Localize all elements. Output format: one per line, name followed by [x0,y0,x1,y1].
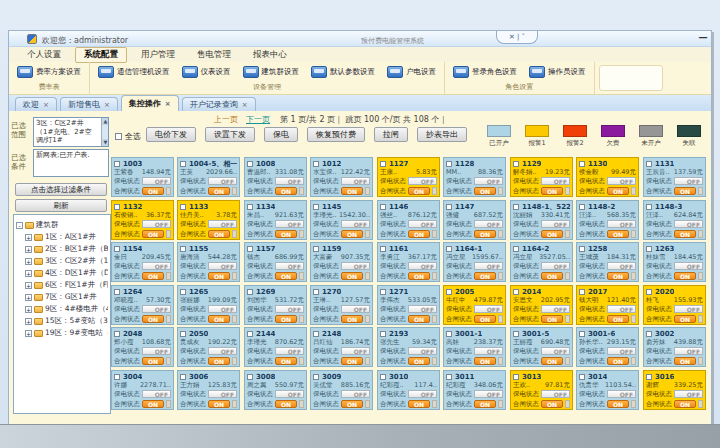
tab-close-icon[interactable]: × [165,100,171,108]
menu-item-售电管理[interactable]: 售电管理 [189,48,239,62]
protect-off-toggle[interactable]: OFF [341,347,370,355]
switch-on-toggle[interactable]: ON [208,400,230,408]
protect-off-toggle[interactable]: OFF [607,177,636,185]
card-checkbox[interactable] [646,246,652,252]
protect-off-toggle[interactable]: OFF [208,262,237,270]
switch-on-toggle[interactable]: ON [341,357,363,365]
meter-card[interactable]: 1155唐海清544.28元保电状态OFF合闸状态ON [177,242,240,282]
meter-card[interactable]: 2050贵成友190.22元保电状态OFF合闸状态ON [177,327,240,367]
protect-off-toggle[interactable]: OFF [408,177,437,185]
card-checkbox[interactable] [313,204,319,210]
toolbar-button-恢复预付费[interactable]: 恢复预付费 [307,127,365,142]
protect-off-toggle[interactable]: OFF [541,220,570,228]
switch-on-toggle[interactable]: ON [541,230,563,238]
protect-off-toggle[interactable]: OFF [142,177,171,185]
card-checkbox[interactable] [180,331,186,337]
meter-card[interactable]: 1148-2汪泽..568.35元保电状态OFF合闸状态ON [576,200,639,240]
switch-on-toggle[interactable]: ON [341,400,363,408]
switch-on-toggle[interactable]: ON [275,357,297,365]
meter-card[interactable]: 1004-5、相一王英2029.66..保电状态OFF合闸状态ON [177,157,240,197]
protect-off-toggle[interactable]: OFF [674,177,703,185]
card-checkbox[interactable] [446,289,452,295]
card-checkbox[interactable] [247,161,253,167]
switch-on-toggle[interactable]: ON [341,272,363,280]
protect-off-toggle[interactable]: OFF [474,220,503,228]
switch-on-toggle[interactable]: ON [674,400,696,408]
meter-card[interactable]: 1264邓晓霞..57.30元保电状态OFF合闸状态ON [111,285,174,325]
ribbon-button-仪表设置[interactable]: 仪表设置 [182,66,231,78]
switch-on-toggle[interactable]: ON [674,187,696,195]
meter-card[interactable]: 1128MM..88.36元保电状态OFF合闸状态ON [443,157,506,197]
meter-card[interactable]: 1164-1冯立星1595.67..保电状态OFF合闸状态ON [443,242,506,282]
protect-off-toggle[interactable]: OFF [474,177,503,185]
meter-card[interactable]: 1146强丝..876.12元保电状态OFF合闸状态ON [377,200,440,240]
card-checkbox[interactable] [513,331,519,337]
meter-card[interactable]: 1132石俊铜..36.37元保电状态OFF合闸状态ON [111,200,174,240]
protect-off-toggle[interactable]: OFF [341,220,370,228]
switch-on-toggle[interactable]: ON [607,400,629,408]
switch-on-toggle[interactable]: ON [341,315,363,323]
protect-off-toggle[interactable]: OFF [541,347,570,355]
expand-icon[interactable]: + [25,234,32,241]
card-checkbox[interactable] [180,246,186,252]
collapse-expander-icon[interactable]: - [16,222,23,229]
ribbon-button-费率方案设置[interactable]: 费率方案设置 [17,66,81,78]
card-checkbox[interactable] [114,289,120,295]
ribbon-button-通信管理机设置[interactable]: 通信管理机设置 [98,66,170,78]
meter-card[interactable]: 2144李瑾光870.62元保电状态OFF合闸状态ON [244,327,307,367]
card-checkbox[interactable] [446,331,452,337]
switch-on-toggle[interactable]: ON [208,315,230,323]
meter-card[interactable]: 1159大富豪907.35元保电状态OFF合闸状态ON [310,242,373,282]
card-checkbox[interactable] [180,289,186,295]
card-checkbox[interactable] [579,289,585,295]
prev-page-link[interactable]: 上一页 [214,115,238,124]
menu-item-用户管理[interactable]: 用户管理 [133,48,183,62]
card-checkbox[interactable] [513,161,519,167]
switch-on-toggle[interactable]: ON [142,230,164,238]
card-checkbox[interactable] [446,374,452,380]
protect-off-toggle[interactable]: OFF [674,305,703,313]
card-checkbox[interactable] [313,374,319,380]
ribbon-collapse-control[interactable]: ✕ | ˅ [496,31,538,44]
meter-card[interactable]: 1161李勇江367.17元保电状态OFF合闸状态ON [377,242,440,282]
switch-on-toggle[interactable]: ON [474,357,496,365]
protect-off-toggle[interactable]: OFF [142,220,171,228]
protect-off-toggle[interactable]: OFF [208,305,237,313]
meter-card[interactable]: 1145李瑾光..1542.30..保电状态OFF合闸状态ON [310,200,373,240]
tree-item[interactable]: +9区：4#楼电井（4#楼 [16,303,108,315]
meter-card[interactable]: 3004许娜2278.71..保电状态OFF合闸状态ON [111,370,174,410]
switch-on-toggle[interactable]: ON [275,187,297,195]
toolbar-button-抄表导出[interactable]: 抄表导出 [417,127,467,142]
card-checkbox[interactable] [646,161,652,167]
meter-card[interactable]: 3011纪彩霞348.06元保电状态OFF合闸状态ON [443,370,506,410]
meter-card[interactable]: 1003王紫春148.94元保电状态OFF合闸状态ON [111,157,174,197]
switch-on-toggle[interactable]: ON [607,230,629,238]
meter-card[interactable]: 1012水宝保..122.42元保电状态OFF合闸状态ON [310,157,373,197]
protect-off-toggle[interactable]: OFF [541,177,570,185]
card-checkbox[interactable] [513,289,519,295]
card-checkbox[interactable] [114,204,120,210]
meter-card[interactable]: 2048郑小霞108.68元保电状态OFF合闸状态ON [111,327,174,367]
switch-on-toggle[interactable]: ON [408,272,430,280]
card-checkbox[interactable] [513,246,519,252]
card-checkbox[interactable] [114,374,120,380]
card-checkbox[interactable] [446,246,452,252]
switch-on-toggle[interactable]: ON [142,315,164,323]
expand-icon[interactable]: + [25,306,32,313]
meter-card[interactable]: 1148-1、522沈丽娟330.41元保电状态OFF合闸状态ON [510,200,573,240]
card-checkbox[interactable] [247,331,253,337]
card-checkbox[interactable] [247,374,253,380]
meter-card[interactable]: 3006王方娟125.83元保电状态OFF合闸状态ON [177,370,240,410]
card-checkbox[interactable] [313,331,319,337]
protect-off-toggle[interactable]: OFF [674,390,703,398]
meter-card[interactable]: 3014仇贵华1103.54..保电状态OFF合闸状态ON [576,370,639,410]
card-checkbox[interactable] [646,204,652,210]
protect-off-toggle[interactable]: OFF [408,305,437,313]
protect-off-toggle[interactable]: OFF [408,347,437,355]
protect-off-toggle[interactable]: OFF [674,262,703,270]
expand-icon[interactable]: + [25,246,32,253]
switch-on-toggle[interactable]: ON [275,315,297,323]
meter-card[interactable]: 1164-2冯立星3527.05..保电状态OFF合闸状态ON [510,242,573,282]
protect-off-toggle[interactable]: OFF [408,390,437,398]
switch-on-toggle[interactable]: ON [275,230,297,238]
